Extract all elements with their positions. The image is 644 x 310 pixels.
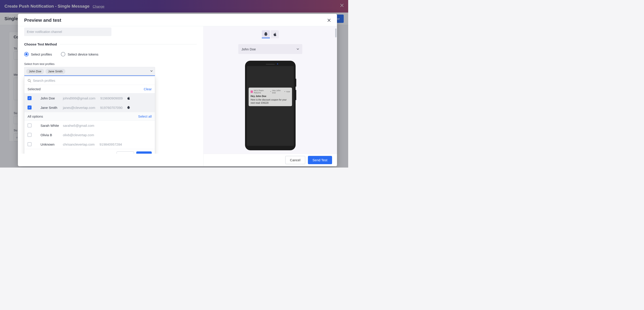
radio-icon (24, 52, 29, 57)
modal-right-preview-pane: John Doe WCCTeam Returns • Hey (204, 26, 337, 166)
checkbox-icon[interactable] (28, 133, 32, 137)
scrollbar[interactable] (335, 29, 336, 38)
android-icon (127, 106, 130, 109)
send-test-button[interactable]: Send Test (308, 156, 332, 164)
modal-body: Enter notification channel Choose Test M… (18, 26, 337, 166)
radio-select-device-tokens[interactable]: Select device tokens (61, 52, 98, 57)
dropdown-row[interactable]: Sarah White sarahw5@gmail.com (24, 121, 155, 130)
platform-toggle (262, 30, 279, 38)
phone-mockup: WCCTeam Returns • Hey John Doe • now Hey… (245, 61, 296, 150)
search-icon (28, 79, 31, 82)
svg-point-4 (266, 33, 266, 33)
dropdown-clear-link[interactable]: Clear (144, 87, 152, 91)
dropdown-select-all-link[interactable]: Select all (138, 114, 152, 118)
svg-point-2 (129, 107, 129, 107)
choose-test-method-label: Choose Test Method (24, 42, 197, 46)
svg-point-1 (128, 107, 128, 107)
checkbox-icon[interactable]: ✓ (28, 106, 32, 110)
dropdown-all-options-header: All options Select all (24, 112, 155, 121)
dropdown-scroll[interactable]: Selected Clear ✓ John Doe johnd999@gmail… (24, 85, 155, 149)
modal-cancel-button[interactable]: Cancel (285, 156, 305, 164)
left-scroll[interactable]: Enter notification channel Choose Test M… (18, 26, 202, 154)
profiles-dropdown: Selected Clear ✓ John Doe johnd999@gmail… (24, 76, 155, 154)
android-toggle[interactable] (262, 30, 270, 38)
chip-jane-smith[interactable]: Jane Smith (46, 69, 65, 74)
test-profiles-multiselect: John Doe Jane Smith (24, 67, 155, 76)
chevron-down-icon[interactable] (150, 70, 153, 72)
checkbox-icon[interactable] (28, 123, 32, 127)
phone-screen: WCCTeam Returns • Hey John Doe • now Hey… (247, 66, 294, 146)
notification-channel-input[interactable]: Enter notification channel (24, 28, 112, 36)
dropdown-footer: Cancel Apply (24, 149, 155, 154)
modal-header: Preview and test (18, 14, 337, 26)
notification-channel-placeholder: Enter notification channel (27, 30, 62, 34)
app-icon (250, 91, 253, 93)
checkbox-icon[interactable]: ✓ (28, 96, 32, 100)
notification-preview-card: WCCTeam Returns • Hey John Doe • now Hey… (248, 88, 292, 106)
dropdown-row-selected[interactable]: ✓ John Doe johnd999@gmail.com 9196909090… (24, 93, 155, 103)
preview-user-dropdown[interactable]: John Doe (238, 44, 302, 54)
dropdown-apply-button[interactable]: Apply (136, 151, 152, 154)
dropdown-cancel-button[interactable]: Cancel (116, 151, 134, 154)
modal-close-icon[interactable] (327, 19, 331, 22)
modal-title: Preview and test (24, 18, 61, 23)
chevron-down-icon (296, 48, 299, 50)
select-from-test-profiles-label: Select from test profiles (24, 62, 197, 66)
dropdown-search-input[interactable] (33, 79, 152, 82)
checkbox-icon[interactable] (28, 142, 32, 146)
radio-icon (61, 52, 65, 57)
modal-left-pane: Enter notification channel Choose Test M… (18, 26, 204, 166)
chip-john-doe[interactable]: John Doe (26, 69, 44, 74)
modal-footer: Cancel Send Test (204, 154, 337, 166)
dropdown-row[interactable]: Unknown chrisanclevertap.com 91984095728… (24, 140, 155, 149)
test-method-radio-group: Select profiles Select device tokens (24, 52, 197, 57)
notification-meta: WCCTeam Returns • Hey John Doe • now (250, 89, 290, 94)
radio-select-profiles[interactable]: Select profiles (24, 52, 52, 57)
ios-toggle[interactable] (271, 30, 279, 38)
dropdown-row-selected[interactable]: ✓ Jane Smith janes@clevertap.com 9197607… (24, 103, 155, 112)
notification-body: Here is the discount coupon for your nex… (250, 98, 290, 104)
multiselect-field[interactable]: John Doe Jane Smith (24, 67, 155, 76)
dropdown-row[interactable]: Olivia B olivb@clevertap.com (24, 130, 155, 140)
notification-title: Hey John Doe (250, 95, 290, 97)
dropdown-search-row (24, 76, 155, 85)
apple-icon (127, 97, 130, 100)
dropdown-selected-header: Selected Clear (24, 85, 155, 93)
preview-test-modal: Preview and test Enter notification chan… (18, 14, 337, 166)
